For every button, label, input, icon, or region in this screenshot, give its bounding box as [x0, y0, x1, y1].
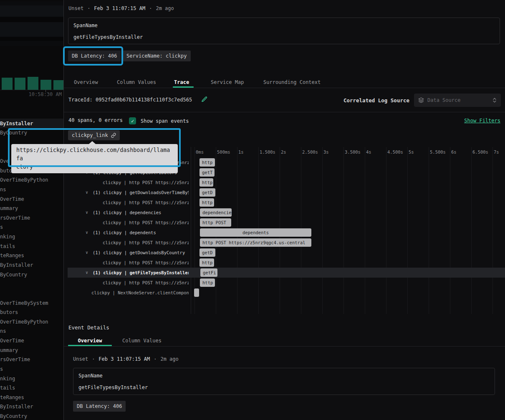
list-item[interactable]: ByCountry: [0, 270, 63, 279]
waterfall-axis-tick: 7s: [494, 149, 499, 154]
span-duration-bar[interactable]: [194, 288, 199, 297]
span-duration-bar[interactable]: http: [199, 178, 213, 187]
layers-icon: [418, 97, 424, 103]
list-item[interactable]: ByInstaller: [0, 119, 63, 128]
span-duration-bar[interactable]: http: [199, 258, 214, 267]
db-latency-tag[interactable]: DB Latency: 406: [68, 51, 121, 61]
span-duration-bar[interactable]: dependencies: [200, 208, 232, 217]
histogram-bar: [15, 78, 25, 90]
histogram-bar: [2, 78, 13, 90]
list-item[interactable]: butors: [0, 308, 63, 317]
span-name[interactable]: clickpy | http POST https://z5nrz: [103, 238, 189, 248]
span-name[interactable]: clickpy | http POST https://z5nrz: [103, 218, 189, 228]
tab-surrounding-context[interactable]: Surrounding Context: [263, 78, 321, 90]
span-duration-bar[interactable]: dependents: [200, 228, 311, 237]
span-name-value: getFileTypesByInstaller: [78, 385, 148, 390]
trace-span-row[interactable]: clickpy | http POST https://z5nrzhttp PO…: [63, 218, 505, 228]
trace-span-row[interactable]: ∨(1) clickpy | dependenciesdependencies: [63, 207, 505, 218]
trace-id: TraceId: 0952fad0b67b114138fc110f3c7ed56…: [68, 97, 192, 103]
trace-span-row[interactable]: ∨(1) clickpy | dependentsdependents: [63, 228, 505, 238]
list-item[interactable]: s: [0, 223, 63, 232]
trace-span-row[interactable]: clickpy | NextNodeServer.clientCompone: [63, 288, 505, 298]
chevron-down-icon[interactable]: ∨: [86, 187, 88, 197]
dot-separator: ·: [92, 356, 95, 362]
span-name[interactable]: clickpy | http POST https://z5nrz: [103, 258, 189, 268]
span-name[interactable]: (1) clickpy | dependents: [93, 228, 189, 238]
list-item[interactable]: nking: [0, 374, 63, 383]
list-item[interactable]: OverTime: [0, 336, 63, 346]
chevron-down-icon[interactable]: ∨: [86, 207, 88, 218]
list-item[interactable]: rsOverTime: [0, 213, 63, 223]
tab-column-values[interactable]: Column Values: [117, 78, 156, 90]
chevron-down-icon[interactable]: ∨: [86, 228, 88, 238]
span-duration-bar[interactable]: http: [199, 198, 214, 207]
list-item[interactable]: ByInstaller: [0, 260, 63, 270]
span-name[interactable]: clickpy | NextNodeServer.clientCompone: [91, 288, 189, 298]
list-item[interactable]: ns: [0, 326, 63, 336]
trace-span-row[interactable]: ∨(1) clickpy | getDownloadsOverTimeBySge…: [63, 187, 505, 197]
span-duration-bar[interactable]: http POST https://z5nrz9qgc4.us-central: [200, 238, 311, 247]
tab-service-map[interactable]: Service Map: [211, 78, 244, 90]
tab-column-values[interactable]: Column Values: [122, 335, 162, 346]
tab-overview[interactable]: Overview: [74, 78, 98, 90]
list-item[interactable]: teRanges: [0, 251, 63, 261]
list-item[interactable]: ByCountry: [0, 128, 63, 138]
span-duration-bar[interactable]: http POST: [200, 218, 231, 227]
list-item[interactable]: ummary: [0, 345, 63, 355]
trace-span-row[interactable]: clickpy | http POST https://z5nrzhttp: [63, 278, 505, 288]
list-item[interactable]: OverTime: [0, 194, 63, 204]
span-duration-bar[interactable]: http: [200, 278, 215, 287]
list-item[interactable]: s: [0, 364, 63, 374]
span-name[interactable]: (1) clickpy | getDownloadsOverTimeByS: [93, 187, 189, 197]
list-item[interactable]: ns: [0, 185, 63, 194]
list-item[interactable]: teRanges: [0, 392, 63, 402]
underlay-page: 10:58:30 AM ByInstallerByCountryOvebutor…: [0, 0, 63, 420]
underlay-row: [0, 37, 63, 41]
span-name[interactable]: (1) clickpy | dependencies: [93, 207, 189, 218]
trace-span-row[interactable]: clickpy | http POST https://z5nrzhttp: [63, 197, 505, 207]
trace-span-row[interactable]: clickpy | http POST https://z5nrzhttp: [63, 258, 505, 268]
event-details-tabs-divider: [64, 346, 505, 347]
list-item[interactable]: OverTimeBySystem: [0, 298, 63, 308]
waterfall-axis-tick: 5s: [409, 149, 414, 154]
span-duration-bar[interactable]: getD: [199, 248, 215, 257]
span-name[interactable]: clickpy | http POST https://z5nrz: [103, 177, 189, 187]
span-duration-bar[interactable]: getFi: [200, 268, 217, 277]
span-duration-bar[interactable]: getT: [199, 168, 215, 177]
chevron-down-icon[interactable]: ∨: [86, 268, 88, 278]
edit-trace-id-icon[interactable]: [201, 96, 208, 103]
service-name-tag[interactable]: ServiceName: clickpy: [123, 51, 191, 61]
list-item[interactable]: tails: [0, 241, 63, 251]
event-details-meta-line: Unset · Feb 3 11:07:15 AM · 2m ago: [73, 356, 179, 362]
list-item[interactable]: ByCountry: [0, 412, 63, 420]
data-source-select[interactable]: Data Source: [414, 94, 501, 107]
trace-span-row[interactable]: ∨(1) clickpy | getFileTypesByInstallerge…: [63, 268, 505, 278]
list-item[interactable]: OverTimeByPython: [0, 317, 63, 326]
histogram-bar: [53, 80, 63, 90]
waterfall-axis-tick: 4.500s: [387, 149, 403, 154]
list-item[interactable]: OverTimeByPython: [0, 175, 63, 185]
list-item[interactable]: ByInstaller: [0, 402, 63, 412]
trace-span-row[interactable]: ∨(1) clickpy | getDownloadsByCountrygetD: [63, 248, 505, 258]
span-name[interactable]: (1) clickpy | getDownloadsByCountry: [93, 248, 189, 258]
underlay-row: [0, 5, 63, 17]
show-filters-link[interactable]: Show Filters: [464, 118, 500, 124]
span-name[interactable]: clickpy | http POST https://z5nrz: [103, 197, 189, 207]
list-item[interactable]: tails: [0, 383, 63, 393]
tab-trace[interactable]: Trace: [174, 78, 189, 90]
trace-span-row[interactable]: clickpy | http POST https://z5nrzhttp: [63, 177, 505, 187]
list-item[interactable]: ummary: [0, 204, 63, 213]
span-name[interactable]: clickpy | http POST https://z5nrz: [103, 278, 189, 288]
trace-span-row[interactable]: clickpy | http POST https://z5nrzhttp PO…: [63, 238, 505, 248]
span-duration-bar[interactable]: getD: [199, 188, 215, 197]
list-item[interactable]: rsOverTime: [0, 355, 63, 364]
list-item[interactable]: nking: [0, 232, 63, 242]
clickpy-link-button[interactable]: clickpy_link: [68, 130, 120, 140]
show-span-events-checkbox[interactable]: ✓: [129, 117, 136, 124]
section-divider: [64, 112, 505, 112]
span-name[interactable]: (1) clickpy | getFileTypesByInstaller: [93, 268, 189, 278]
chevron-down-icon[interactable]: ∨: [86, 248, 88, 258]
span-duration-bar[interactable]: http: [199, 158, 215, 167]
db-latency-tag[interactable]: DB Latency: 406: [73, 401, 126, 412]
tooltip-url-line1: https://clickpy.clickhouse.com/dashboard…: [16, 147, 170, 162]
